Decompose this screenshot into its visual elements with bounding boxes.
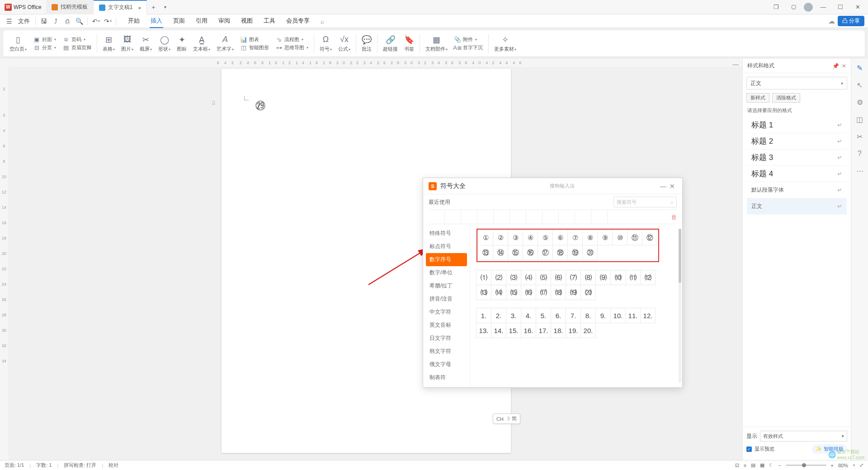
clear-format-button[interactable]: 清除格式 [772, 93, 800, 103]
more-icon[interactable]: ⋯ [855, 166, 864, 175]
view-mode-1-icon[interactable]: ⊡ [735, 462, 739, 468]
symbol-cell[interactable]: 5. [536, 308, 551, 323]
view-mode-4-icon[interactable]: ▦ [760, 462, 764, 468]
settings-icon[interactable]: ⚙ [855, 98, 864, 107]
symbol-cell[interactable]: ⑷ [521, 270, 536, 285]
avatar[interactable] [804, 3, 813, 12]
tab-member[interactable]: 会员专享 [285, 14, 311, 28]
file-menu[interactable]: 文件 [15, 17, 33, 25]
shape-button[interactable]: ◯形状▾ [156, 34, 173, 53]
picture-button[interactable]: 🖼图片▾ [118, 34, 136, 53]
symbol-cell[interactable]: 7. [566, 308, 581, 323]
zoom-level[interactable]: 80% [838, 463, 848, 468]
new-style-button[interactable]: 新样式 [746, 93, 769, 103]
table-button[interactable]: ⊞表格▾ [100, 34, 118, 53]
symbol-cell[interactable]: ⑥ [552, 230, 568, 245]
search-icon[interactable]: ⌕ [321, 18, 324, 25]
category-item[interactable]: 拼音/注音 [423, 292, 470, 306]
preview-icon[interactable]: 🔍 [74, 16, 85, 27]
symbol-cell[interactable]: 6. [551, 308, 566, 323]
share-button[interactable]: 凸 分享 [838, 16, 864, 26]
zoom-slider[interactable] [786, 465, 826, 466]
doc-parts-button[interactable]: ▦文档部件▾ [423, 34, 450, 53]
symbol-cell[interactable]: ⑺ [566, 270, 581, 285]
fit-icon[interactable]: ⤢ [859, 462, 863, 468]
symbol-cell[interactable]: ⒀ [476, 285, 491, 300]
category-item[interactable]: 数字/单位 [423, 266, 470, 279]
symbol-cell[interactable]: 19. [566, 323, 581, 338]
symbol-cell[interactable]: ⑦ [567, 230, 583, 245]
category-item[interactable]: 中文字符 [423, 306, 470, 319]
symbol-button[interactable]: Ω符号▾ [317, 34, 335, 53]
style-item[interactable]: 默认段落字体↵ [747, 182, 847, 198]
page-break-button[interactable]: ⊟分页▾ [33, 44, 56, 51]
symbol-cell[interactable]: ⑿ [640, 270, 656, 285]
smart-graphic-button[interactable]: ◫智能图形 [240, 44, 269, 51]
more-resources-button[interactable]: ✧更多素材▾ [491, 34, 519, 53]
dialog-minimize-button[interactable]: — [659, 183, 668, 190]
symbol-cell[interactable]: ⒂ [506, 285, 521, 300]
attachment-button[interactable]: 📎附件▾ [454, 36, 483, 43]
symbol-cell[interactable]: 1. [476, 308, 491, 323]
symbol-cell[interactable]: ⑽ [610, 270, 626, 285]
symbol-cell[interactable]: 17. [536, 323, 551, 338]
chart-button[interactable]: 📊图表 [240, 36, 269, 43]
word-count[interactable]: 字数: 1 [36, 462, 52, 469]
symbol-cell[interactable]: ⑮ [508, 245, 523, 260]
wordart-button[interactable]: A艺术字▾ [214, 34, 236, 53]
scrollbar[interactable] [679, 229, 681, 383]
symbol-cell[interactable]: ⑭ [493, 245, 508, 260]
category-item[interactable]: 数字序号 [426, 253, 467, 266]
category-item[interactable]: 韩文字符 [423, 345, 470, 358]
cube-icon[interactable]: ⬡ [787, 1, 800, 14]
symbol-cell[interactable]: ⑴ [476, 270, 491, 285]
cover-button[interactable]: ▣封面▾ [33, 36, 56, 43]
save-icon[interactable]: 🖫 [38, 16, 49, 27]
symbol-cell[interactable]: ⑬ [478, 245, 493, 260]
symbol-cell[interactable]: ② [493, 230, 508, 245]
view-mode-3-icon[interactable]: ▤ [751, 462, 755, 468]
symbol-search-input[interactable]: 搜索符号⌕ [613, 197, 677, 207]
header-footer-button[interactable]: ▤页眉页脚 [62, 44, 91, 51]
bookmark-button[interactable]: 🔖书签 [401, 34, 417, 53]
comment-button[interactable]: 💬批注 [359, 34, 374, 53]
display-filter-dropdown[interactable]: 有效样式▾ [760, 431, 847, 442]
minimize-button[interactable]: — [816, 1, 830, 14]
symbol-cell[interactable]: ⑲ [567, 245, 583, 260]
symbol-cell[interactable]: ⑪ [627, 230, 642, 245]
mindmap-button[interactable]: ⊶思维导图▾ [275, 44, 308, 51]
symbol-cell[interactable]: ⑯ [523, 245, 538, 260]
flowchart-button[interactable]: ⬂流程图▾ [275, 36, 308, 43]
symbol-cell[interactable]: ⑫ [642, 230, 657, 245]
category-item[interactable]: 俄文字母 [423, 358, 470, 371]
trash-icon[interactable]: 🗑 [671, 214, 677, 221]
symbol-cell[interactable]: ⒇ [580, 285, 596, 300]
tab-templates[interactable]: 找稻壳模板 [46, 0, 94, 14]
symbol-cell[interactable]: ⑶ [506, 270, 521, 285]
symbol-cell[interactable]: ⑵ [491, 270, 506, 285]
tab-reference[interactable]: 引用 [195, 14, 208, 28]
symbol-cell[interactable]: ⒄ [536, 285, 551, 300]
print-icon[interactable]: ⎙ [62, 16, 73, 27]
undo-icon[interactable]: ↶▾ [90, 16, 101, 27]
symbol-cell[interactable]: 3. [506, 308, 521, 323]
symbol-cell[interactable]: ⒁ [491, 285, 506, 300]
export-icon[interactable]: ⤴ [50, 16, 61, 27]
window-copy-icon[interactable]: ❐ [769, 1, 783, 14]
symbol-cell[interactable]: 13. [476, 323, 491, 338]
panel-close-icon[interactable]: ✕ [842, 63, 846, 69]
ime-indicator[interactable]: CH☽简 [493, 414, 520, 424]
symbol-cell[interactable]: ⑧ [582, 230, 598, 245]
style-item[interactable]: 标题 4↵ [747, 166, 847, 182]
hyperlink-button[interactable]: 🔗超链接 [380, 34, 401, 53]
proof-status[interactable]: 校对 [108, 462, 118, 469]
tab-close-icon[interactable]: ● [138, 5, 141, 10]
dialog-header[interactable]: S 符号大全 搜狗输入法 — ✕ [423, 178, 682, 194]
zoom-out-button[interactable]: − [778, 463, 781, 468]
symbol-cell[interactable]: ⒃ [521, 285, 536, 300]
redo-icon[interactable]: ↷▾ [102, 16, 113, 27]
tab-view[interactable]: 视图 [240, 14, 254, 28]
horizontal-ruler[interactable]: 6422468101214161820222426283032343638404… [0, 59, 742, 67]
cloud-icon[interactable]: ☁ [828, 17, 835, 25]
tab-insert[interactable]: 插入 [150, 14, 163, 28]
